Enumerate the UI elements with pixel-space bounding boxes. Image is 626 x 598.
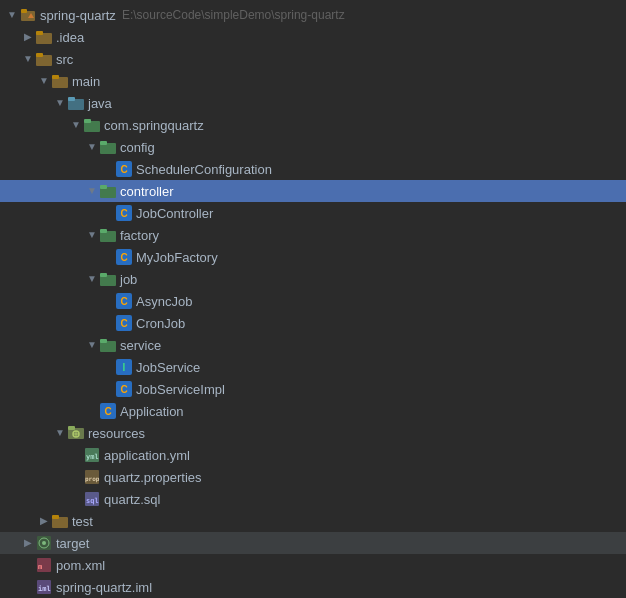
folder-icon [52,513,68,529]
item-label: test [72,514,93,529]
svg-text:iml: iml [38,585,51,593]
folder-icon [68,425,84,441]
list-item[interactable]: prop quartz.properties [0,466,626,488]
svg-rect-4 [36,31,43,35]
folder-icon [68,95,84,111]
list-item[interactable]: iml spring-quartz.iml [0,576,626,598]
item-label: com.springquartz [104,118,204,133]
xml-icon: m [36,557,52,573]
svg-rect-8 [52,75,59,79]
interface-icon: I [116,359,132,375]
folder-icon [36,29,52,45]
item-label: .idea [56,30,84,45]
class-icon: C [116,249,132,265]
list-item[interactable]: .idea [0,26,626,48]
arrow-icon [36,73,52,89]
arrow-icon [68,117,84,133]
svg-rect-18 [100,229,107,233]
svg-text:m: m [38,563,42,571]
iml-icon: iml [36,579,52,595]
item-label: service [120,338,161,353]
list-item[interactable]: com.springquartz [0,114,626,136]
item-label: MyJobFactory [136,250,218,265]
properties-icon: prop [84,469,100,485]
svg-rect-35 [52,515,59,519]
item-label: controller [120,184,173,199]
list-item[interactable]: config [0,136,626,158]
item-label: pom.xml [56,558,105,573]
target-icon [36,535,52,551]
arrow-icon [20,535,36,551]
item-label: job [120,272,137,287]
root-label: spring-quartz [40,8,116,23]
list-item[interactable]: factory [0,224,626,246]
class-icon: C [100,403,116,419]
class-icon: C [116,205,132,221]
item-label: java [88,96,112,111]
class-icon: C [116,381,132,397]
folder-icon [100,183,116,199]
list-item[interactable]: sql quartz.sql [0,488,626,510]
item-label: src [56,52,73,67]
list-item[interactable]: service [0,334,626,356]
list-item[interactable]: test [0,510,626,532]
svg-text:prop: prop [85,475,100,483]
list-item[interactable]: controller [0,180,626,202]
svg-point-38 [42,541,46,545]
svg-rect-12 [84,119,91,123]
list-item[interactable]: src [0,48,626,70]
item-label: spring-quartz.iml [56,580,152,595]
item-label: application.yml [104,448,190,463]
list-item[interactable]: C MyJobFactory [0,246,626,268]
yml-icon: yml [84,447,100,463]
list-item[interactable]: C JobServiceImpl [0,378,626,400]
root-path: E:\sourceCode\simpleDemo\spring-quartz [122,8,345,22]
svg-rect-10 [68,97,75,101]
folder-icon [52,73,68,89]
item-label: quartz.sql [104,492,160,507]
list-item[interactable]: java [0,92,626,114]
list-item[interactable]: C SchedulerConfiguration [0,158,626,180]
class-icon: C [116,161,132,177]
svg-text:yml: yml [86,453,99,461]
list-item[interactable]: resources [0,422,626,444]
item-label: SchedulerConfiguration [136,162,272,177]
item-label: target [56,536,89,551]
root-arrow [4,7,20,23]
item-label: quartz.properties [104,470,202,485]
item-label: resources [88,426,145,441]
list-item[interactable]: target [0,532,626,554]
list-item[interactable]: main [0,70,626,92]
tree-root[interactable]: spring-quartz E:\sourceCode\simpleDemo\s… [0,4,626,26]
list-item[interactable]: C JobController [0,202,626,224]
item-label: CronJob [136,316,185,331]
list-item[interactable]: C Application [0,400,626,422]
class-icon: C [116,315,132,331]
item-label: JobController [136,206,213,221]
list-item[interactable]: yml application.yml [0,444,626,466]
item-label: config [120,140,155,155]
folder-icon [100,227,116,243]
svg-rect-14 [100,141,107,145]
svg-rect-16 [100,185,107,189]
item-label: AsyncJob [136,294,192,309]
svg-text:sql: sql [86,497,99,505]
arrow-icon [20,51,36,67]
svg-rect-6 [36,53,43,57]
list-item[interactable]: C CronJob [0,312,626,334]
list-item[interactable]: m pom.xml [0,554,626,576]
folder-icon [36,51,52,67]
list-item[interactable]: job [0,268,626,290]
arrow-icon [84,139,100,155]
list-item[interactable]: C AsyncJob [0,290,626,312]
item-label: factory [120,228,159,243]
arrow-icon [84,183,100,199]
list-item[interactable]: I JobService [0,356,626,378]
item-label: JobService [136,360,200,375]
project-tree: spring-quartz E:\sourceCode\simpleDemo\s… [0,0,626,598]
svg-rect-24 [68,426,75,430]
arrow-icon [84,227,100,243]
folder-icon [100,271,116,287]
root-icon [20,7,36,23]
arrow-icon [52,95,68,111]
